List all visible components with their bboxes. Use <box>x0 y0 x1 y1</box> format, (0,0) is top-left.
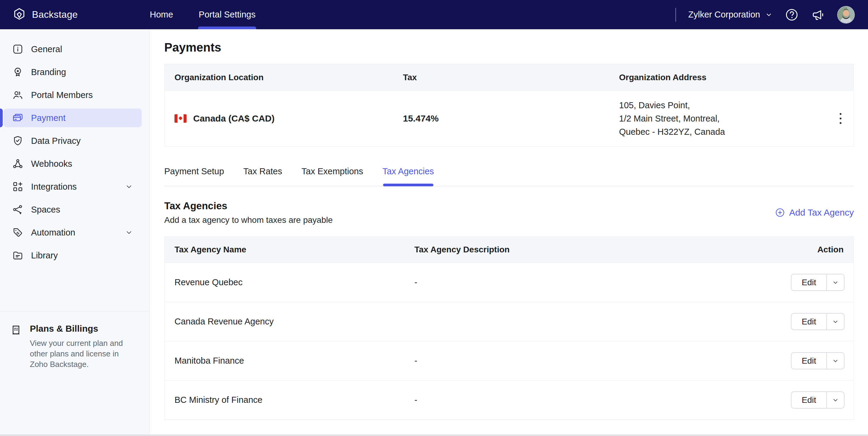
tab-payment-setup[interactable]: Payment Setup <box>164 162 224 186</box>
payments-page: Payments Organization Location Tax Organ… <box>150 29 868 436</box>
table-row: Manitoba Finance - Edit <box>164 341 854 380</box>
share-nodes-icon <box>12 204 24 215</box>
row-more-actions-kebab-icon[interactable] <box>829 110 842 127</box>
grid-plus-icon <box>12 181 24 192</box>
tab-tax-exemptions[interactable]: Tax Exemptions <box>301 162 363 186</box>
help-icon[interactable] <box>785 8 799 22</box>
sidebar-item-payment[interactable]: Payment <box>0 107 150 129</box>
sidebar-item-data-privacy[interactable]: Data Privacy <box>0 129 150 152</box>
sidebar-item-library[interactable]: Library <box>0 244 150 267</box>
brand-name: Backstage <box>32 9 78 20</box>
edit-button[interactable]: Edit <box>792 353 827 369</box>
organization-location-value: Canada (CA$ CAD) <box>193 113 275 124</box>
organization-address-value: 105, Davies Point, 1/2 Main Street, Mont… <box>609 91 854 146</box>
chevron-down-icon <box>765 11 773 19</box>
edit-split-button: Edit <box>791 274 844 291</box>
section-title: Tax Agencies <box>164 200 333 212</box>
organization-row: Canada (CA$ CAD) 15.474% 105, Davies Poi… <box>164 91 854 146</box>
col-header-tax-agency-description: Tax Agency Description <box>404 245 727 255</box>
edit-split-button: Edit <box>791 352 844 369</box>
edit-dropdown-chevron-icon[interactable] <box>827 314 844 329</box>
settings-sidebar: General Branding <box>0 29 150 436</box>
nav-tab-portal-settings[interactable]: Portal Settings <box>198 0 255 29</box>
tag-icon <box>12 227 24 238</box>
col-header-organization-address: Organization Address <box>609 73 854 82</box>
nav-tab-home[interactable]: Home <box>150 0 173 29</box>
edit-dropdown-chevron-icon[interactable] <box>827 353 844 369</box>
org-switcher[interactable]: Zylker Corporation <box>688 10 773 20</box>
badge-icon <box>12 66 24 78</box>
receipt-icon <box>10 324 22 370</box>
plus-circle-icon <box>775 207 785 218</box>
organization-table: Organization Location Tax Organization A… <box>164 64 854 147</box>
sidebar-item-portal-members[interactable]: Portal Members <box>0 84 150 107</box>
window-bottom-edge <box>0 435 868 436</box>
top-nav-right: Zylker Corporation <box>675 6 868 24</box>
brand: Backstage <box>0 7 78 23</box>
top-navbar: Backstage Home Portal Settings Zylker Co… <box>0 0 868 29</box>
organization-table-header: Organization Location Tax Organization A… <box>164 64 854 91</box>
chevron-down-icon[interactable] <box>125 182 133 191</box>
sidebar-item-branding[interactable]: Branding <box>0 61 150 84</box>
edit-split-button: Edit <box>791 313 844 330</box>
table-row: BC Ministry of Finance - Edit <box>164 380 854 420</box>
edit-button[interactable]: Edit <box>792 314 827 329</box>
users-icon <box>12 89 24 101</box>
webhook-icon <box>12 158 24 170</box>
page-title: Payments <box>164 41 854 54</box>
chevron-down-icon[interactable] <box>125 228 133 237</box>
tax-value: 15.474% <box>393 113 609 124</box>
plans-description: View your current plan and other plans a… <box>30 338 138 370</box>
col-header-organization-location: Organization Location <box>164 73 393 82</box>
nav-divider <box>675 8 676 22</box>
edit-split-button: Edit <box>791 391 844 409</box>
plans-title: Plans & Billings <box>30 323 138 334</box>
info-icon <box>12 43 24 55</box>
backstage-logo-icon <box>12 7 27 23</box>
credit-card-icon <box>12 112 24 124</box>
table-row: Canada Revenue Agency Edit <box>164 302 854 341</box>
col-header-action: Action <box>727 245 854 255</box>
add-tax-agency-button[interactable]: Add Tax Agency <box>775 207 854 218</box>
plans-billings-section[interactable]: Plans & Billings View your current plan … <box>0 311 149 370</box>
canada-flag-icon <box>175 114 187 123</box>
tax-agencies-table: Tax Agency Name Tax Agency Description A… <box>164 236 854 420</box>
payment-tabs: Payment Setup Tax Rates Tax Exemptions T… <box>164 162 854 186</box>
tab-tax-rates[interactable]: Tax Rates <box>243 162 282 186</box>
top-nav-tabs: Home Portal Settings <box>150 0 255 29</box>
sidebar-list: General Branding <box>0 29 150 267</box>
edit-button[interactable]: Edit <box>792 274 827 290</box>
edit-dropdown-chevron-icon[interactable] <box>827 392 844 408</box>
sidebar-item-spaces[interactable]: Spaces <box>0 198 150 221</box>
active-tab-underline <box>383 184 433 186</box>
col-header-tax: Tax <box>393 73 609 82</box>
announcement-icon[interactable] <box>811 7 825 22</box>
tax-agencies-table-header: Tax Agency Name Tax Agency Description A… <box>164 237 854 263</box>
user-avatar[interactable] <box>837 6 855 24</box>
active-tab-underline <box>198 27 256 29</box>
sidebar-item-general[interactable]: General <box>0 38 150 61</box>
edit-button[interactable]: Edit <box>792 392 827 408</box>
sidebar-item-integrations[interactable]: Integrations <box>0 175 150 198</box>
col-header-tax-agency-name: Tax Agency Name <box>164 245 404 255</box>
org-name: Zylker Corporation <box>688 10 760 20</box>
edit-dropdown-chevron-icon[interactable] <box>827 274 844 290</box>
sidebar-item-webhooks[interactable]: Webhooks <box>0 152 150 175</box>
shield-check-icon <box>12 135 24 147</box>
tab-tax-agencies[interactable]: Tax Agencies <box>382 162 434 186</box>
sidebar-item-automation[interactable]: Automation <box>0 221 150 244</box>
section-subtitle: Add a tax agency to whom taxes are payab… <box>164 215 333 225</box>
folder-icon <box>12 250 24 261</box>
table-row: Revenue Quebec - Edit <box>164 263 854 302</box>
tax-agencies-section-header: Tax Agencies Add a tax agency to whom ta… <box>164 200 854 225</box>
